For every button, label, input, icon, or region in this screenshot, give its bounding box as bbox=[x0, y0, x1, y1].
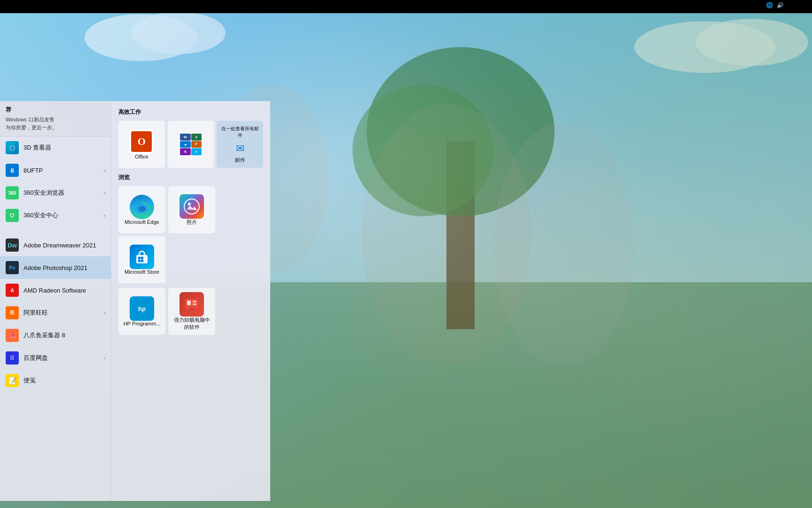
win11-title: Windows 11新品发售 bbox=[6, 116, 105, 124]
app-name-bazhayu: 八爪鱼采集器 8 bbox=[23, 331, 105, 340]
office-main-icon: O bbox=[129, 129, 154, 154]
svg-rect-24 bbox=[187, 301, 191, 305]
app-name-alibaba: 阿里旺旺 bbox=[23, 309, 104, 317]
svg-point-6 bbox=[132, 12, 226, 54]
store-svg bbox=[133, 248, 150, 265]
svg-rect-17 bbox=[138, 257, 141, 259]
svg-rect-18 bbox=[141, 257, 143, 259]
office-pinned-item[interactable]: O Office bbox=[118, 121, 165, 168]
edge-label: Microsoft Edge bbox=[125, 219, 159, 225]
svg-point-14 bbox=[184, 199, 199, 214]
app-item-amd-radeon[interactable]: A AMD Radeon Software bbox=[0, 279, 111, 302]
network-icon[interactable]: 🌐 bbox=[766, 2, 773, 8]
ms-store-label: Microsoft Store bbox=[125, 269, 159, 275]
baidu-disk-chevron-icon: › bbox=[104, 356, 105, 361]
notes-icon: 📝 bbox=[6, 374, 19, 387]
taskbar-top bbox=[0, 0, 812, 13]
360-security-chevron-icon: › bbox=[104, 213, 105, 218]
skype-icon: S bbox=[191, 148, 202, 155]
app-item-baidu-disk[interactable]: 百 百度网盘 › bbox=[0, 347, 111, 369]
8uftp-icon: 8 bbox=[6, 164, 19, 177]
8uftp-chevron-icon: › bbox=[104, 168, 105, 173]
volume-icon[interactable]: 🔊 bbox=[777, 2, 784, 8]
system-tray: 🌐 🔊 bbox=[766, 2, 784, 8]
app-item-8uftp[interactable]: 8 8UFTP › bbox=[0, 159, 111, 182]
app-name-baidu-disk: 百度网盘 bbox=[23, 354, 104, 362]
app-item-bazhayu[interactable]: 🐙 八爪鱼采集器 8 bbox=[0, 324, 111, 347]
onedrive-icon: ☁ bbox=[180, 141, 191, 148]
svg-rect-19 bbox=[138, 260, 141, 262]
photos-icon bbox=[180, 194, 204, 219]
360-browser-chevron-icon: › bbox=[104, 190, 105, 196]
svg-point-15 bbox=[188, 203, 191, 206]
hp-svg: hp bbox=[133, 300, 150, 317]
svg-rect-26 bbox=[193, 303, 196, 305]
mail-tile-content: 在一处查看所有邮件 ✉ 邮件 bbox=[219, 124, 260, 165]
3d-viewer-icon: ⬡ bbox=[6, 141, 19, 154]
amd-radeon-icon: A bbox=[6, 284, 19, 297]
list-gap-1 bbox=[0, 227, 111, 234]
bazhayu-icon: 🐙 bbox=[6, 329, 19, 342]
ms-store-pinned-item[interactable]: Microsoft Store bbox=[118, 236, 165, 283]
app-name-adobe-ps: Adobe Photoshop 2021 bbox=[23, 264, 105, 271]
word-icon: W bbox=[180, 134, 191, 141]
app-name-3d-viewer: 3D 查看器 bbox=[23, 143, 105, 152]
mail-label: 邮件 bbox=[235, 157, 245, 164]
win11-notice: Windows 11新品发售 与你所爱，更近一步。 bbox=[6, 116, 105, 131]
office-apps-pinned-item[interactable]: W X ☁ P N S bbox=[168, 121, 214, 168]
mail-pinned-item[interactable]: 在一处查看所有邮件 ✉ 邮件 bbox=[217, 121, 263, 168]
app-item-3d-viewer[interactable]: ⬡ 3D 查看器 bbox=[0, 136, 111, 159]
uninstall-svg bbox=[183, 296, 200, 313]
edge-svg bbox=[133, 198, 150, 215]
photos-svg bbox=[183, 198, 200, 215]
hp-pinned-item[interactable]: hp HP Programm... bbox=[118, 288, 165, 335]
app-name-adobe-dw: Adobe Dreamweaver 2021 bbox=[23, 242, 105, 249]
excel-icon: X bbox=[191, 134, 202, 141]
section-title-browse: 浏览 bbox=[118, 174, 263, 182]
section-title-gaoxiao: 高效工作 bbox=[118, 108, 263, 116]
app-item-360-security[interactable]: 🛡 360安全中心 › bbox=[0, 204, 111, 227]
util-section: Microsoft Store bbox=[118, 236, 263, 283]
svg-rect-20 bbox=[141, 260, 143, 262]
app-list-panel: 荐 Windows 11新品发售 与你所爱，更近一步。 ⬡ 3D 查看器 8 8… bbox=[0, 101, 111, 501]
app-name-8uftp: 8UFTP bbox=[23, 167, 104, 174]
app-name-360-security: 360安全中心 bbox=[23, 211, 104, 220]
edge-pinned-item[interactable]: Microsoft Edge bbox=[118, 186, 165, 233]
gaoxiao-row: O Office W X ☁ P N S 在一处查看所有邮件 bbox=[118, 121, 263, 168]
tools-row: hp HP Programm... bbox=[118, 288, 263, 335]
360-security-icon: 🛡 bbox=[6, 209, 19, 222]
uninstall-pinned-item[interactable]: 强力卸载电脑中的软件 bbox=[168, 288, 215, 335]
powerpoint-icon: P bbox=[191, 141, 202, 148]
baidu-disk-icon: 百 bbox=[6, 351, 19, 365]
win11-subtitle: 与你所爱，更近一步。 bbox=[6, 124, 105, 132]
adobe-ps-icon: Ps bbox=[6, 261, 19, 274]
alibaba-icon: 旺 bbox=[6, 306, 19, 319]
browse-row: Microsoft Edge 照片 bbox=[118, 186, 263, 233]
photos-label: 照片 bbox=[187, 219, 197, 226]
alibaba-chevron-icon: › bbox=[104, 310, 105, 316]
svg-rect-25 bbox=[193, 301, 196, 302]
mail-icon: ✉ bbox=[236, 143, 244, 155]
app-item-adobe-dw[interactable]: Dw Adobe Dreamweaver 2021 bbox=[0, 234, 111, 256]
hp-icon: hp bbox=[130, 296, 154, 321]
photos-pinned-item[interactable]: 照片 bbox=[168, 186, 215, 233]
store-row: Microsoft Store bbox=[118, 236, 263, 283]
mail-description: 在一处查看所有邮件 bbox=[219, 126, 260, 139]
hp-label: HP Programm... bbox=[124, 321, 161, 326]
tools-section: hp HP Programm... bbox=[118, 288, 263, 335]
recommendation-notice: 荐 Windows 11新品发售 与你所爱，更近一步。 bbox=[0, 101, 111, 136]
adobe-dw-icon: Dw bbox=[6, 238, 19, 252]
app-item-adobe-ps[interactable]: Ps Adobe Photoshop 2021 bbox=[0, 256, 111, 279]
office-apps-icon: W X ☁ P N S bbox=[179, 132, 203, 157]
uninstall-label: 强力卸载电脑中的软件 bbox=[172, 317, 211, 331]
svg-point-13 bbox=[138, 206, 146, 212]
ms-store-icon bbox=[130, 245, 154, 269]
360-browser-icon: 360 bbox=[6, 186, 19, 199]
app-item-notes[interactable]: 📝 便笺 bbox=[0, 369, 111, 392]
app-name-notes: 便笺 bbox=[23, 376, 105, 385]
edge-icon bbox=[130, 195, 154, 219]
mail-icon-row: ✉ bbox=[236, 143, 244, 155]
app-item-360-browser[interactable]: 360 360安全浏览器 › bbox=[0, 182, 111, 204]
app-item-alibaba[interactable]: 旺 阿里旺旺 › bbox=[0, 302, 111, 324]
app-name-360-browser: 360安全浏览器 bbox=[23, 189, 104, 197]
